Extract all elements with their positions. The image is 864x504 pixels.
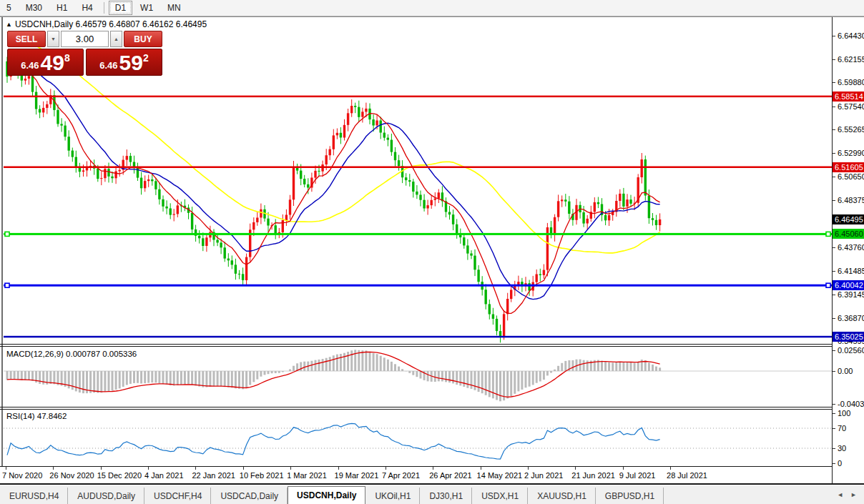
tab-scroll-left-icon[interactable]: ◄ — [837, 491, 843, 498]
pane-splitter[interactable] — [0, 409, 864, 410]
date-axis-tick — [575, 467, 576, 470]
buy-button[interactable]: BUY — [124, 31, 162, 47]
volume-up-button[interactable]: ▲ — [110, 31, 122, 47]
date-axis-label: 14 May 2021 — [477, 471, 523, 480]
price-axis-label: 6.64430 — [838, 31, 864, 40]
rsi-axis-label: 100 — [838, 409, 850, 417]
price-axis-tick — [833, 428, 835, 429]
level-price-label: 6.40042 — [833, 280, 864, 290]
level-price-label: 6.51605 — [833, 162, 864, 172]
chart-tab-eurusd[interactable]: EURUSD,H4 — [0, 488, 68, 504]
price-axis-tick — [833, 371, 835, 372]
volume-down-button[interactable]: ▼ — [47, 31, 59, 47]
collapse-triangle-icon[interactable]: ▲ — [6, 21, 12, 28]
pane-splitter[interactable] — [0, 346, 864, 347]
rsi-indicator-pane[interactable] — [4, 410, 832, 466]
chart-tab-usdchf[interactable]: USDCHF,H4 — [144, 488, 211, 504]
ask-price-small: 6.46 — [99, 60, 117, 71]
date-axis[interactable]: 7 Nov 202026 Nov 202015 Dec 20204 Jan 20… — [0, 467, 832, 483]
date-axis-tick — [386, 467, 386, 470]
price-axis-tick — [833, 404, 835, 405]
chart-tab-dj30[interactable]: DJ30,H1 — [420, 488, 472, 504]
price-axis-tick — [833, 463, 835, 464]
macd-axis-label: 0.00 — [838, 367, 853, 375]
macd-axis-label: -0.040386 — [838, 400, 864, 408]
bid-price-sup: 8 — [64, 52, 70, 64]
bid-price-small: 6.46 — [21, 60, 39, 71]
timeframe-button-w1[interactable]: W1 — [134, 1, 159, 15]
price-axis[interactable]: 6.644306.621556.598806.575406.552656.529… — [833, 17, 864, 483]
date-axis-label: 15 Dec 2020 — [97, 471, 142, 480]
price-axis-label: 6.39145 — [838, 290, 864, 299]
chart-tab-bar: EURUSD,H4AUDUSD,DailyUSDCHF,H4USDCAD,Dai… — [0, 485, 864, 504]
chart-tab-ukoil[interactable]: UKOil,H1 — [365, 488, 420, 504]
date-axis-label: 2 Jun 2021 — [524, 471, 563, 480]
chart-tab-usdcnh[interactable]: USDCNH,Daily — [288, 486, 365, 504]
date-axis-label: 19 Mar 2021 — [335, 471, 379, 480]
price-axis-tick — [833, 177, 835, 177]
rsi-axis-label: 70 — [838, 424, 846, 433]
timeframe-toolbar: 5M30H1H4D1W1MN — [0, 0, 864, 16]
pane-splitter[interactable] — [0, 407, 864, 407]
date-axis-tick — [623, 467, 624, 470]
chart-tab-xauusd[interactable]: XAUUSD,H1 — [528, 488, 596, 504]
bid-price-big: 49 — [41, 52, 64, 74]
bid-price-box[interactable]: 6.46 49 8 — [7, 49, 84, 76]
level-price-label: 6.45060 — [833, 229, 864, 239]
macd-label: MACD(12,26,9) 0.000787 0.005336 — [6, 350, 137, 358]
level-price-label: 6.35025 — [833, 332, 864, 342]
price-axis-tick — [833, 350, 835, 351]
date-axis-tick — [481, 467, 481, 470]
date-axis-tick — [433, 467, 433, 470]
price-axis-tick — [833, 318, 835, 319]
rsi-label: RSI(14) 47.8462 — [6, 412, 67, 420]
chart-title: ▲ USDCNH,Daily 6.46579 6.46807 6.46162 6… — [6, 19, 207, 29]
price-axis-label: 6.50650 — [838, 172, 864, 181]
timeframe-button-d1[interactable]: D1 — [109, 1, 132, 15]
current-price-label: 6.46495 — [833, 214, 864, 224]
price-axis-tick — [833, 295, 835, 295]
macd-axis-label: 0.025609 — [838, 346, 864, 355]
date-axis-label: 26 Nov 2020 — [49, 471, 94, 480]
ask-price-sup: 2 — [143, 52, 149, 64]
price-axis-label: 6.57540 — [838, 102, 864, 111]
tab-scroll-controls: ◄► — [837, 485, 864, 504]
price-axis-label: 6.52990 — [838, 149, 864, 157]
one-click-trade-panel: SELL ▼ ▲ BUY 6.46 49 8 6.46 59 2 — [7, 31, 162, 76]
price-axis-tick — [833, 271, 835, 272]
timeframe-button-5[interactable]: 5 — [0, 1, 18, 15]
chart-tab-usdcad[interactable]: USDCAD,Daily — [211, 488, 288, 504]
ask-price-box[interactable]: 6.46 59 2 — [86, 49, 162, 76]
date-axis-tick — [101, 467, 102, 470]
window-top-border — [0, 16, 864, 17]
timeframe-button-m30[interactable]: M30 — [19, 1, 49, 15]
timeframe-button-h1[interactable]: H1 — [50, 1, 74, 15]
date-axis-label: 26 Apr 2021 — [429, 471, 471, 480]
chart-tab-usdx[interactable]: USDX,H1 — [472, 488, 528, 504]
rsi-axis-label: 30 — [838, 444, 846, 453]
price-axis-label: 6.36870 — [838, 314, 864, 322]
chart-tab-gbpusd[interactable]: GBPUSD,H1 — [596, 488, 664, 504]
price-axis-tick — [833, 153, 835, 154]
sell-button[interactable]: SELL — [7, 31, 46, 47]
date-axis-label: 28 Jul 2021 — [667, 471, 707, 480]
date-axis-tick — [528, 467, 529, 470]
date-axis-label: 21 Jun 2021 — [571, 471, 615, 480]
date-axis-label: 7 Nov 2020 — [2, 471, 42, 480]
volume-input[interactable] — [61, 31, 109, 47]
price-axis-tick — [833, 36, 835, 36]
date-axis-label: 22 Jan 2021 — [192, 471, 235, 480]
pane-splitter[interactable] — [0, 344, 864, 345]
chart-tab-audusd[interactable]: AUDUSD,Daily — [68, 488, 144, 504]
timeframe-button-h4[interactable]: H4 — [75, 1, 99, 15]
date-axis-tick — [243, 467, 244, 470]
price-axis-label: 6.43760 — [838, 243, 864, 252]
date-axis-tick — [290, 467, 291, 470]
date-axis-tick — [670, 467, 671, 470]
timeframe-button-mn[interactable]: MN — [161, 1, 187, 15]
tab-scroll-right-icon[interactable]: ► — [850, 491, 857, 498]
date-axis-tick — [338, 467, 339, 470]
toolbar-separator — [104, 2, 104, 14]
date-axis-tick — [148, 467, 149, 470]
level-price-label: 6.58514 — [833, 92, 864, 102]
